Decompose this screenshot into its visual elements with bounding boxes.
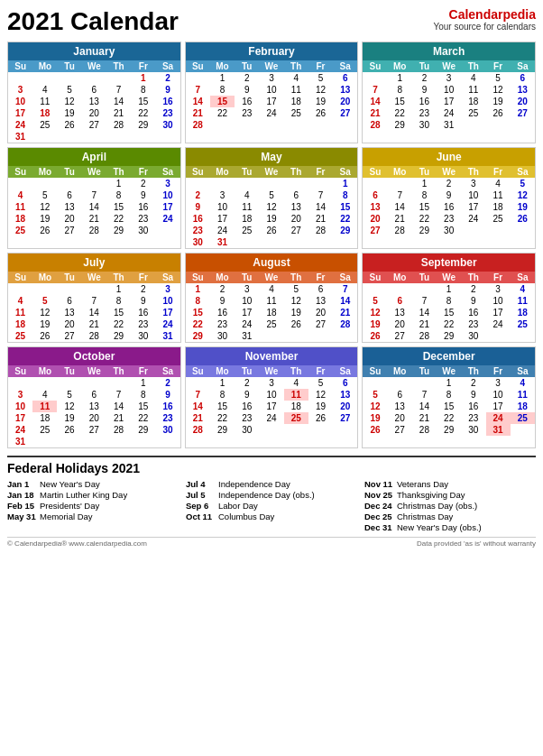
cal-day: [32, 131, 57, 143]
cal-day: [363, 283, 387, 295]
day-header-Sa: Sa: [155, 60, 179, 72]
holiday-name: New Year's Day (obs.): [397, 522, 482, 532]
cal-day: 18: [511, 401, 535, 412]
cal-day: 15: [437, 401, 461, 412]
cal-day: 20: [57, 318, 81, 330]
cal-day: 5: [32, 295, 57, 307]
cal-day: 17: [155, 307, 179, 318]
cal-day: 15: [106, 307, 131, 318]
cal-day: 28: [412, 330, 437, 342]
cal-day: 28: [388, 225, 412, 236]
cal-day: 14: [308, 201, 333, 213]
cal-day: 1: [333, 178, 357, 189]
holidays-col1: Jan 1New Year's DayJan 18Martin Luther K…: [7, 479, 179, 533]
cal-day: 28: [106, 424, 131, 436]
cal-day: 25: [284, 107, 308, 119]
holiday-item: Jan 18Martin Luther King Day: [7, 490, 179, 500]
cal-day: 12: [363, 401, 387, 412]
cal-day: [57, 377, 81, 389]
cal-day: 3: [8, 389, 32, 401]
cal-day: 11: [8, 201, 32, 213]
day-header-Tu: Tu: [57, 272, 81, 283]
cal-day: [511, 330, 535, 342]
cal-day: 13: [284, 201, 308, 213]
cal-day: 31: [210, 236, 235, 248]
cal-day: 29: [437, 424, 461, 436]
day-header-Th: Th: [284, 272, 308, 283]
cal-day: 23: [412, 107, 437, 119]
cal-day: 12: [57, 401, 81, 412]
brand-tagline: Your source for calendars: [433, 22, 536, 32]
cal-day: 1: [412, 178, 437, 189]
cal-day: 11: [511, 295, 535, 307]
cal-day: [284, 119, 308, 131]
day-header-Mo: Mo: [210, 365, 235, 377]
day-header-We: We: [82, 272, 106, 283]
holiday-item: Dec 31New Year's Day (obs.): [364, 522, 536, 532]
cal-day: 21: [106, 412, 131, 424]
cal-day: 16: [235, 401, 259, 412]
cal-day: 17: [155, 201, 179, 213]
day-header-Sa: Sa: [511, 272, 535, 283]
cal-day: 4: [259, 283, 283, 295]
cal-day: 1: [210, 72, 235, 84]
cal-day: 13: [388, 401, 412, 412]
cal-day: [284, 330, 308, 342]
cal-day: 28: [82, 225, 106, 236]
cal-day: [308, 119, 333, 131]
day-header-Tu: Tu: [412, 60, 437, 72]
cal-day: 4: [511, 377, 535, 389]
day-header-Fr: Fr: [486, 365, 511, 377]
cal-day: [8, 283, 32, 295]
cal-day: 17: [8, 107, 32, 119]
cal-day: [155, 225, 179, 236]
day-header-Su: Su: [8, 365, 32, 377]
cal-day: 14: [82, 201, 106, 213]
cal-day: 21: [82, 318, 106, 330]
day-header-Su: Su: [363, 166, 387, 178]
cal-day: 18: [235, 213, 259, 225]
cal-day: 23: [155, 412, 179, 424]
month-header-dec: December: [363, 347, 535, 365]
day-header-Fr: Fr: [131, 166, 155, 178]
day-header-Su: Su: [8, 60, 32, 72]
cal-day: 23: [210, 318, 235, 330]
holiday-item: Nov 25Thanksgiving Day: [364, 490, 536, 500]
cal-day: 1: [210, 377, 235, 389]
cal-day: 28: [363, 119, 387, 131]
cal-day: [210, 119, 235, 131]
cal-day: 7: [106, 84, 131, 96]
cal-day: 11: [511, 389, 535, 401]
cal-day: 12: [32, 307, 57, 318]
cal-day: 29: [186, 330, 210, 342]
holiday-date: Nov 11: [364, 479, 393, 489]
cal-day: 20: [57, 213, 81, 225]
cal-day: 6: [388, 389, 412, 401]
cal-day: 27: [82, 119, 106, 131]
cal-day: 3: [437, 72, 461, 84]
cal-day: [363, 377, 387, 389]
cal-day: 9: [131, 295, 155, 307]
cal-day: 14: [388, 201, 412, 213]
cal-day: 15: [210, 401, 235, 412]
cal-day: 11: [259, 295, 283, 307]
day-header-Su: Su: [8, 166, 32, 178]
cal-day: 26: [32, 330, 57, 342]
cal-day: 7: [82, 189, 106, 201]
cal-day: 10: [259, 84, 283, 96]
cal-day: 20: [511, 96, 535, 107]
day-header-We: We: [437, 166, 461, 178]
month-header-sep: September: [363, 254, 535, 272]
cal-day: 24: [210, 225, 235, 236]
brand-name: Calendarpedia: [433, 7, 536, 22]
cal-day: [82, 436, 106, 447]
cal-day: 4: [8, 189, 32, 201]
cal-day: 26: [486, 107, 511, 119]
cal-day: 16: [461, 401, 485, 412]
holiday-item: Sep 6Labor Day: [186, 501, 357, 511]
cal-day: 17: [259, 401, 283, 412]
cal-day: 25: [486, 213, 511, 225]
cal-day: 18: [486, 201, 511, 213]
cal-day: 26: [308, 412, 333, 424]
holiday-name: Labor Day: [218, 501, 258, 511]
